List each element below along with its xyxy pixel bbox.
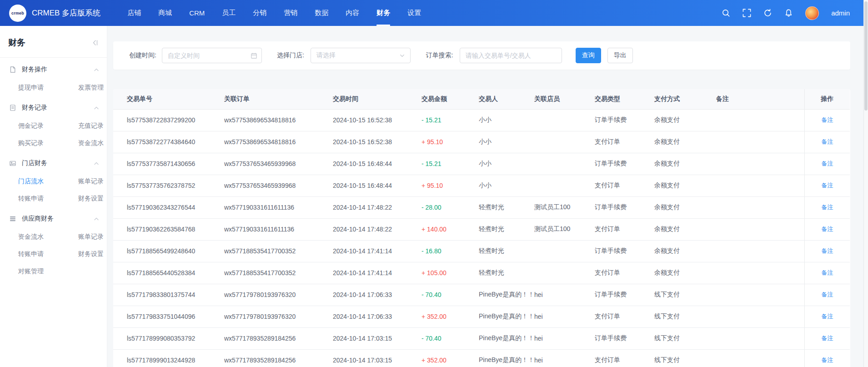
table-row: ls577179833801375744wx577179780193976320… bbox=[113, 284, 850, 306]
cell-pay-method: 余额支付 bbox=[654, 131, 716, 153]
remark-action-link[interactable]: 备注 bbox=[821, 291, 833, 298]
cell-pay-method: 余额支付 bbox=[654, 218, 716, 240]
nav-item[interactable]: 员工 bbox=[213, 0, 244, 26]
cell-amount: - 15.21 bbox=[421, 109, 479, 131]
menu-section: 供应商财务资金流水账单记录转账申请财务设置对账管理 bbox=[0, 210, 107, 280]
cell-order-no: ls577538722774384640 bbox=[113, 131, 224, 153]
export-button[interactable]: 导出 bbox=[607, 48, 633, 63]
remark-action-link[interactable]: 备注 bbox=[821, 116, 833, 123]
nav-item[interactable]: CRM bbox=[181, 0, 213, 26]
cell-type: 订单手续费 bbox=[595, 196, 654, 218]
cell-clerk bbox=[534, 109, 595, 131]
chevron-up-icon bbox=[94, 162, 99, 165]
sidebar-item[interactable]: 购买记录 bbox=[18, 134, 78, 151]
sidebar-item[interactable]: 转账申请 bbox=[18, 190, 78, 207]
nav-item[interactable]: 商城 bbox=[150, 0, 181, 26]
fullscreen-icon[interactable] bbox=[743, 9, 751, 17]
menu-section-header[interactable]: 财务记录 bbox=[0, 99, 107, 117]
cell-actions: 备注 bbox=[804, 327, 850, 349]
column-header: 交易金额 bbox=[421, 89, 479, 109]
remark-action-link[interactable]: 备注 bbox=[821, 357, 833, 363]
remark-action-link[interactable]: 备注 bbox=[821, 138, 833, 145]
menu-section: 财务操作提现申请发票管理 bbox=[0, 60, 107, 96]
cell-related-order: wx577538696534818816 bbox=[224, 109, 333, 131]
sidebar-item[interactable]: 佣金记录 bbox=[18, 117, 78, 134]
cell-actions: 备注 bbox=[804, 284, 850, 306]
remark-action-link[interactable]: 备注 bbox=[821, 160, 833, 167]
avatar[interactable] bbox=[805, 6, 819, 20]
remark-action-link[interactable]: 备注 bbox=[821, 182, 833, 189]
cell-pay-method: 线下支付 bbox=[654, 306, 716, 327]
page-scrollbar[interactable] bbox=[863, 0, 868, 367]
column-header: 交易人 bbox=[479, 89, 534, 109]
sidebar-item[interactable]: 财务设置 bbox=[78, 190, 107, 207]
query-button[interactable]: 查询 bbox=[576, 48, 601, 63]
cell-related-order: wx577179780193976320 bbox=[224, 306, 333, 327]
bell-icon[interactable] bbox=[784, 9, 793, 17]
menu-section-header[interactable]: 供应商财务 bbox=[0, 210, 107, 228]
sidebar-item[interactable]: 对账管理 bbox=[18, 262, 78, 280]
nav-item[interactable]: 内容 bbox=[337, 0, 368, 26]
sidebar-item[interactable]: 转账申请 bbox=[18, 245, 78, 262]
menu-section-header[interactable]: 财务操作 bbox=[0, 60, 107, 79]
sidebar-item[interactable]: 门店流水 bbox=[18, 172, 78, 190]
remark-action-link[interactable]: 备注 bbox=[821, 204, 833, 211]
username[interactable]: admin bbox=[831, 9, 850, 17]
menu-items: 佣金记录充值记录购买记录资金流水 bbox=[0, 117, 107, 151]
scrollbar-thumb[interactable] bbox=[864, 1, 868, 111]
cell-actions: 备注 bbox=[804, 306, 850, 327]
nav-item[interactable]: 店铺 bbox=[119, 0, 150, 26]
cell-amount: + 352.00 bbox=[421, 349, 479, 367]
sidebar-item[interactable]: 账单记录 bbox=[78, 228, 107, 245]
cell-type: 订单手续费 bbox=[595, 109, 654, 131]
remark-action-link[interactable]: 备注 bbox=[821, 247, 833, 254]
cell-remark bbox=[716, 349, 804, 367]
table-body: ls577538722837299200wx577538696534818816… bbox=[113, 109, 850, 367]
menu-section-header[interactable]: 门店财务 bbox=[0, 154, 107, 172]
topbar: crmeb CRMEB 多店版系统 店铺商城CRM员工分销营销数据内容财务设置 bbox=[0, 0, 863, 26]
refresh-icon[interactable] bbox=[763, 9, 772, 17]
cell-related-order: wx577188535417700352 bbox=[224, 262, 333, 284]
cell-time: 2024-10-14 17:41:14 bbox=[333, 262, 421, 284]
nav-item[interactable]: 数据 bbox=[306, 0, 337, 26]
layout: 财务 财务操作提现申请发票管理财务记录佣金记录充值记录购买记录资金流水门店财务门… bbox=[0, 26, 863, 367]
sidebar-item[interactable]: 提现申请 bbox=[18, 79, 78, 96]
cell-related-order: wx577537653465939968 bbox=[224, 175, 333, 196]
cell-order-no: ls577537735762378752 bbox=[113, 175, 224, 196]
sidebar-item[interactable]: 账单记录 bbox=[78, 172, 107, 190]
cell-clerk: 测试员工100 bbox=[534, 218, 595, 240]
store-select[interactable]: 请选择 bbox=[311, 48, 411, 63]
cell-related-order: wx577537653465939968 bbox=[224, 153, 333, 175]
sidebar-item[interactable]: 财务设置 bbox=[78, 245, 107, 262]
store-filter-label: 选择门店: bbox=[277, 51, 304, 60]
table-row: ls577190362343276544wx577190331611611136… bbox=[113, 196, 850, 218]
sidebar-item[interactable]: 资金流水 bbox=[78, 134, 107, 151]
nav-item[interactable]: 设置 bbox=[399, 0, 430, 26]
cell-related-order: wx577538696534818816 bbox=[224, 131, 333, 153]
search-icon[interactable] bbox=[722, 9, 730, 17]
sidebar-item[interactable]: 发票管理 bbox=[78, 79, 107, 96]
cell-order-no: ls577178999080353792 bbox=[113, 327, 224, 349]
cell-pay-method: 余额支付 bbox=[654, 175, 716, 196]
shop-icon bbox=[9, 160, 16, 167]
cell-time: 2024-10-14 17:03:15 bbox=[333, 349, 421, 367]
remark-action-link[interactable]: 备注 bbox=[821, 335, 833, 342]
remark-action-link[interactable]: 备注 bbox=[821, 313, 833, 320]
collapse-sidebar-icon[interactable] bbox=[91, 39, 99, 46]
remark-action-link[interactable]: 备注 bbox=[821, 226, 833, 232]
sidebar-item[interactable]: 充值记录 bbox=[78, 117, 107, 134]
cell-actions: 备注 bbox=[804, 175, 850, 196]
cell-remark bbox=[716, 327, 804, 349]
nav-item[interactable]: 分销 bbox=[244, 0, 275, 26]
sidebar-item[interactable]: 资金流水 bbox=[18, 228, 78, 245]
nav-item[interactable]: 财务 bbox=[368, 0, 399, 26]
date-input[interactable] bbox=[162, 48, 262, 63]
sidebar-header: 财务 bbox=[0, 26, 107, 49]
nav-item[interactable]: 营销 bbox=[275, 0, 306, 26]
chevron-up-icon bbox=[94, 217, 99, 221]
remark-action-link[interactable]: 备注 bbox=[821, 269, 833, 276]
table-row: ls577179833751044096wx577179780193976320… bbox=[113, 306, 850, 327]
order-search-input[interactable] bbox=[460, 48, 562, 63]
cell-type: 支付订单 bbox=[595, 175, 654, 196]
cell-remark bbox=[716, 306, 804, 327]
